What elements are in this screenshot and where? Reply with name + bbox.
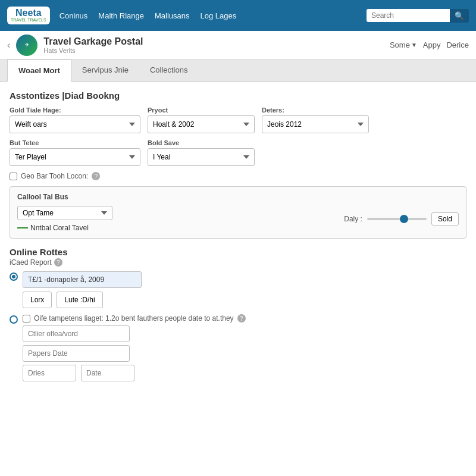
but-tetee-select[interactable]: Ter Playel	[10, 148, 140, 166]
checkbox-row-geo: Geo Bar Tooh Locon: ?	[10, 172, 466, 180]
section1-title: Asstontizes |Diad Bookng	[10, 90, 466, 101]
nav-link-log[interactable]: Log Lages	[201, 11, 237, 20]
back-button[interactable]: ‹	[7, 40, 10, 51]
sold-button[interactable]: Sold	[431, 212, 459, 226]
pryoct-group: Pryoct Hoalt & 2002	[148, 107, 255, 133]
radio-1-btn-row: Lorx Lute :D/hi	[23, 292, 142, 308]
callout-row: Opt Tame Nntbal Coral Tavel Daly : Sold	[17, 206, 459, 232]
sub-header: ‹ ✈ Travel Garkage Postal Hats Verits So…	[0, 31, 476, 60]
opt-tame-select[interactable]: Opt Tame	[17, 206, 112, 220]
main-content: Asstontizes |Diad Bookng Gold Tiale Hage…	[0, 82, 476, 476]
gold-tiale-group: Gold Tiale Hage: Weift oars	[10, 107, 140, 133]
callout-left: Opt Tame Nntbal Coral Tavel	[17, 206, 112, 232]
tab-bar: Woael Mort Servipus Jnie Collections	[0, 60, 476, 82]
bold-save-select[interactable]: I Yeai	[148, 148, 255, 166]
pryoct-label: Pryoct	[148, 107, 255, 114]
deters-group: Deters: Jeois 2012	[262, 107, 369, 133]
tab-woael-mort[interactable]: Woael Mort	[7, 60, 71, 82]
brand-icon: ✈	[16, 35, 37, 56]
radio-2-label: Oife tampetens liaget: 1.2o bent fauther…	[34, 314, 234, 322]
field-dries[interactable]	[23, 365, 76, 381]
tab-collections[interactable]: Collections	[139, 60, 199, 82]
search-box: 🔍	[367, 9, 469, 23]
slider-track[interactable]	[367, 218, 427, 220]
online-routes-title: Online Rottes	[10, 247, 466, 257]
radio-2-dot[interactable]	[10, 315, 18, 324]
pryoct-select[interactable]: Hoalt & 2002	[148, 115, 255, 133]
tab-servipus-jnie[interactable]: Servipus Jnie	[71, 60, 139, 82]
radio-2-checkbox-row: Oife tampetens liaget: 1.2o bent fauther…	[23, 314, 246, 322]
small-field-row	[23, 365, 246, 381]
some-button[interactable]: Some ▼	[390, 40, 417, 49]
lute-button[interactable]: Lute :D/hi	[57, 292, 102, 308]
daly-label: Daly :	[344, 215, 362, 223]
callout-title: Callool Tal Bus	[17, 193, 459, 201]
online-routes-section: Online Rottes iCaed Report ? Lorx Lute :…	[10, 247, 466, 381]
logo-subtitle: TRAVEL TRAVELS	[11, 18, 46, 23]
but-tetee-group: But Tetee Ter Playel	[10, 139, 140, 166]
geo-bar-checkbox[interactable]	[10, 173, 17, 180]
search-input[interactable]	[367, 9, 450, 22]
but-tetee-label: But Tetee	[10, 139, 140, 146]
derice-link[interactable]: Derice	[446, 40, 469, 49]
radio-1-dot[interactable]	[10, 273, 18, 281]
icaed-label: iCaed Report	[10, 258, 52, 267]
logo: Neeta TRAVEL TRAVELS	[7, 7, 50, 24]
callout-right: Daly : Sold	[344, 212, 459, 226]
icaed-help-icon[interactable]: ?	[54, 258, 62, 267]
callout-box: Callool Tal Bus Opt Tame Nntbal Coral Ta…	[10, 186, 466, 239]
page-title-block: Travel Garkage Postal Hats Verits	[43, 36, 390, 54]
bold-save-group: Bold Save I Yeai	[148, 139, 255, 166]
lorx-button[interactable]: Lorx	[23, 292, 52, 308]
radio-item-2: Oife tampetens liaget: 1.2o bent fauther…	[10, 314, 466, 381]
nav-link-coninus[interactable]: Coninus	[60, 11, 88, 20]
gold-tiale-select[interactable]: Weift oars	[10, 115, 140, 133]
sub-header-actions: Some ▼ Appy Derice	[390, 40, 469, 49]
deters-select[interactable]: Jeois 2012	[262, 115, 369, 133]
form-row-1: Gold Tiale Hage: Weift oars Pryoct Hoalt…	[10, 107, 466, 133]
coral-badge: Nntbal Coral Tavel	[17, 224, 112, 232]
field-ctlier[interactable]	[23, 325, 130, 342]
nav-links: Coninus Malth Rlange Mallusans Log Lages	[60, 11, 367, 20]
radio-2-checkbox[interactable]	[23, 315, 30, 322]
form-row-2: But Tetee Ter Playel Bold Save I Yeai	[10, 139, 466, 166]
gold-tiale-label: Gold Tiale Hage:	[10, 107, 140, 114]
nav-link-malth[interactable]: Malth Rlange	[98, 11, 144, 20]
coral-label: Nntbal Coral Tavel	[30, 224, 89, 232]
deters-label: Deters:	[262, 107, 369, 114]
field-date[interactable]	[81, 365, 134, 381]
page-title: Travel Garkage Postal	[43, 36, 390, 47]
top-navigation: Neeta TRAVEL TRAVELS Coninus Malth Rlang…	[0, 0, 476, 31]
radio-2-content: Oife tampetens liaget: 1.2o bent fauther…	[23, 314, 246, 381]
icaed-row: iCaed Report ?	[10, 258, 466, 267]
coral-line-icon	[17, 227, 28, 228]
appy-link[interactable]: Appy	[423, 40, 441, 49]
page-subtitle: Hats Verits	[43, 47, 390, 54]
radio-1-date-input[interactable]	[23, 271, 142, 288]
nav-link-mallusans[interactable]: Mallusans	[155, 11, 190, 20]
opt-row: Opt Tame	[17, 206, 112, 220]
search-button[interactable]: 🔍	[450, 9, 469, 23]
radio-1-content: Lorx Lute :D/hi	[23, 271, 142, 308]
geo-bar-help-icon[interactable]: ?	[92, 172, 100, 180]
radio-2-help-icon[interactable]: ?	[237, 314, 246, 322]
logo-title: Neeta	[15, 8, 42, 18]
slider-thumb[interactable]	[400, 215, 408, 223]
field-papers-date[interactable]	[23, 345, 130, 362]
bold-save-label: Bold Save	[148, 139, 255, 146]
geo-bar-label: Geo Bar Tooh Locon:	[21, 172, 88, 180]
radio-item-1: Lorx Lute :D/hi	[10, 271, 466, 308]
